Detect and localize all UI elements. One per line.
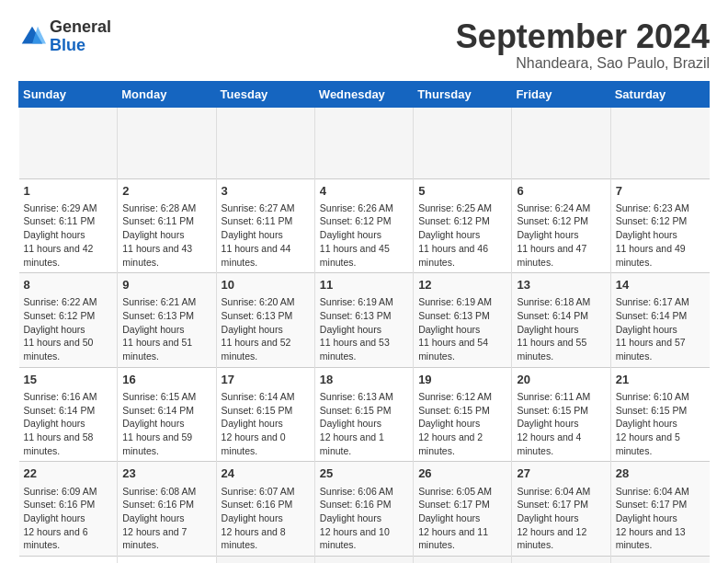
- day-details: Sunrise: 6:16 AMSunset: 6:14 PMDaylight …: [24, 390, 113, 457]
- day-number: 13: [517, 277, 605, 293]
- day-details: Sunrise: 6:12 AMSunset: 6:15 PMDaylight …: [418, 390, 506, 457]
- table-cell: 18Sunrise: 6:13 AMSunset: 6:15 PMDayligh…: [314, 367, 413, 462]
- day-details: Sunrise: 6:27 AMSunset: 6:11 PMDaylight …: [222, 201, 310, 269]
- day-number: 26: [418, 465, 506, 482]
- day-number: 7: [616, 183, 705, 200]
- calendar-table: Sunday Monday Tuesday Wednesday Thursday…: [18, 81, 710, 563]
- day-number: 18: [320, 372, 408, 388]
- table-cell: [314, 107, 413, 178]
- table-cell: 23Sunrise: 6:08 AMSunset: 6:16 PMDayligh…: [118, 462, 216, 557]
- table-cell: 1Sunrise: 6:29 AMSunset: 6:11 PMDaylight…: [19, 178, 118, 273]
- day-details: Sunrise: 6:13 AMSunset: 6:15 PMDaylight …: [320, 390, 408, 457]
- table-row: 8Sunrise: 6:22 AMSunset: 6:12 PMDaylight…: [19, 273, 710, 368]
- day-details: Sunrise: 6:26 AMSunset: 6:12 PMDaylight …: [320, 201, 408, 269]
- day-number: 12: [418, 277, 506, 293]
- day-details: Sunrise: 6:04 AMSunset: 6:17 PMDaylight …: [517, 485, 605, 552]
- month-title: September 2024: [456, 18, 710, 55]
- page-header: General Blue September 2024 Nhandeara, S…: [18, 18, 710, 72]
- table-cell: 27Sunrise: 6:04 AMSunset: 6:17 PMDayligh…: [512, 462, 610, 557]
- day-details: Sunrise: 6:29 AMSunset: 6:11 PMDaylight …: [24, 201, 113, 269]
- title-block: September 2024 Nhandeara, Sao Paulo, Bra…: [456, 18, 710, 72]
- table-cell: [216, 107, 314, 178]
- table-row: 22Sunrise: 6:09 AMSunset: 6:16 PMDayligh…: [19, 462, 710, 557]
- day-details: Sunrise: 6:18 AMSunset: 6:14 PMDaylight …: [517, 295, 605, 362]
- day-number: 28: [616, 465, 705, 482]
- table-cell: 17Sunrise: 6:14 AMSunset: 6:15 PMDayligh…: [216, 367, 314, 462]
- day-details: Sunrise: 6:11 AMSunset: 6:15 PMDaylight …: [517, 390, 605, 457]
- day-details: Sunrise: 6:21 AMSunset: 6:13 PMDaylight …: [122, 295, 210, 362]
- table-cell: [512, 557, 610, 563]
- calendar-body: 1Sunrise: 6:29 AMSunset: 6:11 PMDaylight…: [19, 107, 710, 563]
- table-cell: [414, 557, 512, 563]
- day-number: 19: [418, 372, 506, 388]
- day-number: 15: [24, 372, 113, 388]
- day-number: 22: [24, 465, 113, 482]
- day-number: 14: [616, 277, 705, 293]
- day-details: Sunrise: 6:04 AMSunset: 6:17 PMDaylight …: [616, 485, 705, 552]
- col-friday: Friday: [512, 81, 610, 107]
- day-number: 9: [122, 277, 210, 293]
- day-details: Sunrise: 6:08 AMSunset: 6:16 PMDaylight …: [122, 485, 210, 552]
- day-details: Sunrise: 6:09 AMSunset: 6:16 PMDaylight …: [24, 485, 113, 552]
- logo-blue-text: Blue: [50, 36, 85, 54]
- table-cell: 11Sunrise: 6:19 AMSunset: 6:13 PMDayligh…: [314, 273, 413, 368]
- day-number: 21: [616, 372, 705, 388]
- table-row: 1Sunrise: 6:29 AMSunset: 6:11 PMDaylight…: [19, 178, 710, 273]
- table-cell: 15Sunrise: 6:16 AMSunset: 6:14 PMDayligh…: [19, 367, 118, 462]
- table-cell: [610, 107, 709, 178]
- col-tuesday: Tuesday: [216, 81, 314, 107]
- table-cell: 24Sunrise: 6:07 AMSunset: 6:16 PMDayligh…: [216, 462, 314, 557]
- day-details: Sunrise: 6:07 AMSunset: 6:16 PMDaylight …: [222, 485, 310, 552]
- table-row: 15Sunrise: 6:16 AMSunset: 6:14 PMDayligh…: [19, 367, 710, 462]
- table-cell: 4Sunrise: 6:26 AMSunset: 6:12 PMDaylight…: [314, 178, 413, 273]
- day-details: Sunrise: 6:10 AMSunset: 6:15 PMDaylight …: [616, 390, 705, 457]
- logo-icon: [18, 23, 46, 51]
- table-cell: [118, 107, 216, 178]
- table-cell: 6Sunrise: 6:24 AMSunset: 6:12 PMDaylight…: [512, 178, 610, 273]
- table-row: 29Sunrise: 6:03 AMSunset: 6:17 PMDayligh…: [19, 557, 710, 563]
- day-number: 10: [222, 277, 310, 293]
- table-cell: 12Sunrise: 6:19 AMSunset: 6:13 PMDayligh…: [414, 273, 512, 368]
- table-cell: 26Sunrise: 6:05 AMSunset: 6:17 PMDayligh…: [414, 462, 512, 557]
- col-thursday: Thursday: [414, 81, 512, 107]
- table-cell: 14Sunrise: 6:17 AMSunset: 6:14 PMDayligh…: [610, 273, 709, 368]
- location-text: Nhandeara, Sao Paulo, Brazil: [456, 55, 710, 72]
- day-number: 20: [517, 372, 605, 388]
- day-details: Sunrise: 6:28 AMSunset: 6:11 PMDaylight …: [122, 201, 210, 269]
- day-details: Sunrise: 6:05 AMSunset: 6:17 PMDaylight …: [418, 485, 506, 552]
- col-monday: Monday: [118, 81, 216, 107]
- table-cell: 8Sunrise: 6:22 AMSunset: 6:12 PMDaylight…: [19, 273, 118, 368]
- day-details: Sunrise: 6:19 AMSunset: 6:13 PMDaylight …: [320, 295, 408, 362]
- table-cell: 7Sunrise: 6:23 AMSunset: 6:12 PMDaylight…: [610, 178, 709, 273]
- table-row: [19, 107, 710, 178]
- day-details: Sunrise: 6:20 AMSunset: 6:13 PMDaylight …: [222, 295, 310, 362]
- day-details: Sunrise: 6:22 AMSunset: 6:12 PMDaylight …: [24, 295, 113, 362]
- table-cell: 5Sunrise: 6:25 AMSunset: 6:12 PMDaylight…: [414, 178, 512, 273]
- day-number: 3: [222, 183, 310, 200]
- day-details: Sunrise: 6:17 AMSunset: 6:14 PMDaylight …: [616, 295, 705, 362]
- day-details: Sunrise: 6:14 AMSunset: 6:15 PMDaylight …: [222, 390, 310, 457]
- day-details: Sunrise: 6:25 AMSunset: 6:12 PMDaylight …: [418, 201, 506, 269]
- logo-general-text: General: [50, 17, 111, 36]
- table-cell: 10Sunrise: 6:20 AMSunset: 6:13 PMDayligh…: [216, 273, 314, 368]
- day-number: 6: [517, 183, 605, 200]
- day-number: 4: [320, 183, 408, 200]
- day-details: Sunrise: 6:23 AMSunset: 6:12 PMDaylight …: [616, 201, 705, 269]
- table-cell: 20Sunrise: 6:11 AMSunset: 6:15 PMDayligh…: [512, 367, 610, 462]
- day-details: Sunrise: 6:19 AMSunset: 6:13 PMDaylight …: [418, 295, 506, 362]
- day-number: 16: [122, 372, 210, 388]
- day-details: Sunrise: 6:24 AMSunset: 6:12 PMDaylight …: [517, 201, 605, 269]
- table-cell: 13Sunrise: 6:18 AMSunset: 6:14 PMDayligh…: [512, 273, 610, 368]
- day-number: 2: [122, 183, 210, 200]
- table-cell: [414, 107, 512, 178]
- table-cell: [610, 557, 709, 563]
- day-number: 5: [418, 183, 506, 200]
- col-sunday: Sunday: [19, 81, 118, 107]
- day-number: 11: [320, 277, 408, 293]
- table-cell: 25Sunrise: 6:06 AMSunset: 6:16 PMDayligh…: [314, 462, 413, 557]
- day-details: Sunrise: 6:15 AMSunset: 6:14 PMDaylight …: [122, 390, 210, 457]
- table-cell: 2Sunrise: 6:28 AMSunset: 6:11 PMDaylight…: [118, 178, 216, 273]
- day-details: Sunrise: 6:06 AMSunset: 6:16 PMDaylight …: [320, 485, 408, 552]
- col-saturday: Saturday: [610, 81, 709, 107]
- table-cell: 29Sunrise: 6:03 AMSunset: 6:17 PMDayligh…: [19, 557, 118, 563]
